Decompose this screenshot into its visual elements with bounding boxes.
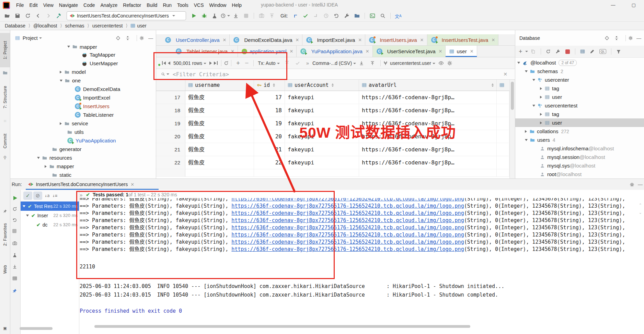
- expanded-arrow-icon[interactable]: [23, 205, 25, 207]
- settings-wrench-icon[interactable]: [342, 11, 351, 20]
- gear-icon[interactable]: [628, 36, 633, 41]
- import-results-icon[interactable]: [12, 263, 17, 269]
- test-tree-method[interactable]: ✔dc22 s 320 ms: [21, 220, 79, 229]
- collapse-all-icon[interactable]: [614, 36, 619, 41]
- tree-console-divider[interactable]: [79, 190, 79, 334]
- tab-applicationyaml[interactable]: application.yaml✕: [238, 46, 297, 57]
- tx-mode-select[interactable]: Tx: Auto: [258, 60, 279, 66]
- collapse-all-icon[interactable]: [125, 36, 130, 41]
- db-item-usercentertest[interactable]: usercentertest: [532, 101, 644, 110]
- sort-icon[interactable]: [273, 83, 275, 87]
- db-item-tag2[interactable]: tag: [540, 110, 644, 118]
- expanded-arrow-icon[interactable]: [517, 62, 520, 64]
- scrollbar-thumb[interactable]: [511, 82, 514, 110]
- duplicate-icon[interactable]: [531, 49, 536, 54]
- test-tree-class[interactable]: ✔Inser22 s 320 ms: [21, 211, 79, 220]
- console-link[interactable]: https://636f-codenav-8grj8px727565176-12…: [231, 239, 464, 245]
- stop-button[interactable]: [242, 11, 251, 20]
- column-header-id[interactable]: id: [254, 80, 285, 91]
- query-console-icon[interactable]: QL: [599, 49, 606, 54]
- expanded-arrow-icon[interactable]: [532, 79, 535, 81]
- show-passed-toggle[interactable]: ✓: [23, 192, 32, 200]
- collapsed-arrow-icon[interactable]: [540, 87, 542, 90]
- terminal-icon[interactable]: [368, 11, 377, 20]
- git-push-icon[interactable]: [311, 11, 320, 20]
- db-item-mysql-sys[interactable]: mysql.sys@localhost: [540, 161, 644, 170]
- stripe-structure-button[interactable]: 7: Structure: [0, 78, 10, 116]
- translate-icon[interactable]: 文A: [394, 11, 403, 20]
- build-hammer-icon[interactable]: [54, 11, 63, 20]
- database-panel-title[interactable]: Database: [519, 35, 540, 41]
- toggle-auto-test-icon[interactable]: [12, 217, 17, 223]
- db-item-users[interactable]: users4: [525, 136, 644, 144]
- attach-debugger-icon[interactable]: [257, 11, 266, 20]
- tree-item-mapper2[interactable]: mapper: [45, 162, 74, 171]
- tab-tablelistener[interactable]: CTableListener.java✕: [172, 46, 238, 57]
- expanded-arrow-icon[interactable]: [532, 105, 535, 107]
- delete-row-icon[interactable]: −: [245, 59, 249, 67]
- scroll-up-icon[interactable]: ⌃: [639, 203, 642, 207]
- datasource-select[interactable]: usercentertest.user: [390, 60, 435, 66]
- console-link[interactable]: https://636f-codenav-8grj8px727565176-12…: [231, 246, 464, 252]
- menu-run[interactable]: Run: [160, 1, 174, 9]
- tree-item-tablelistener[interactable]: CTableListener: [75, 111, 114, 119]
- tree-item-service[interactable]: service: [60, 119, 88, 128]
- save-all-icon[interactable]: [13, 11, 22, 20]
- project-panel-title[interactable]: Project: [23, 35, 38, 41]
- breadcrumb-localhost[interactable]: @localhost: [33, 23, 57, 28]
- stripe-project-button[interactable]: 1: Project: [0, 33, 10, 67]
- sort-icon[interactable]: [332, 83, 334, 87]
- close-icon[interactable]: ✕: [358, 37, 362, 43]
- export-format-select[interactable]: Comma-...d (CSV): [312, 60, 356, 66]
- table-row[interactable]: 21假鱼皮21fakeyupihttps://636f-codenav-8grj…: [156, 143, 509, 156]
- table-row[interactable]: 19假鱼皮19fakeyupihttps://636f-codenav-8grj…: [156, 117, 509, 130]
- test-tree-root[interactable]: ✔Test Res22 s 320 ms: [21, 201, 79, 211]
- gear-icon[interactable]: [139, 36, 144, 41]
- tree-item-resources[interactable]: resources: [37, 153, 72, 162]
- close-icon[interactable]: ✕: [130, 182, 134, 187]
- sort-alphabetically-icon[interactable]: ↓a: [45, 193, 49, 198]
- stripe-toggle-icon[interactable]: ▣: [0, 325, 10, 332]
- tree-item-insertusers[interactable]: CInsertUsers: [75, 102, 110, 111]
- previous-page-icon[interactable]: [168, 61, 170, 65]
- commit-check-icon[interactable]: [295, 61, 300, 66]
- menu-analyze[interactable]: Analyze: [98, 1, 120, 9]
- tab-usercontroller[interactable]: CUserController.java✕: [161, 34, 230, 45]
- search-everywhere-icon[interactable]: [378, 11, 387, 20]
- close-icon[interactable]: ✕: [491, 37, 495, 43]
- page-size-select[interactable]: 500,001 rows: [173, 60, 206, 66]
- db-item-usercenter[interactable]: usercenter: [532, 76, 644, 84]
- sort-by-duration-icon[interactable]: ↓≡: [52, 193, 57, 198]
- debug-button[interactable]: [200, 11, 209, 20]
- maximize-button[interactable]: ▢: [627, 0, 641, 10]
- close-icon[interactable]: ✕: [296, 37, 299, 43]
- reload-icon[interactable]: [224, 61, 229, 66]
- console-link[interactable]: https://636f-codenav-8grj8px727565176-12…: [231, 217, 464, 223]
- tab-importexcel[interactable]: CImportExcel.java✕: [302, 34, 365, 45]
- filter-criteria-input[interactable]: <Filter Criteria>: [173, 71, 229, 78]
- forward-icon[interactable]: [44, 11, 53, 20]
- db-item-mysql-session[interactable]: mysql.session@localhost: [540, 153, 644, 161]
- stop-button[interactable]: [12, 228, 16, 234]
- grid-vertical-scrollbar[interactable]: [509, 80, 515, 178]
- coverage-button[interactable]: [210, 11, 219, 20]
- console-link[interactable]: https://636f-codenav-8grj8px727565176-12…: [231, 203, 464, 209]
- console-horizontal-scrollbar[interactable]: [94, 325, 470, 328]
- stripe-commit-button[interactable]: Commit: [0, 129, 10, 153]
- project-structure-icon[interactable]: [353, 11, 361, 20]
- import-upload-icon[interactable]: [370, 61, 375, 66]
- table-row[interactable]: 22假鱼皮22fakeyupihttps://636f-codenav-8grj…: [156, 156, 509, 169]
- new-datasource-icon[interactable]: +: [519, 48, 522, 55]
- hide-panel-icon[interactable]: —: [148, 35, 153, 41]
- sync-icon[interactable]: [23, 11, 32, 20]
- db-item-user[interactable]: user: [540, 93, 644, 101]
- add-row-icon[interactable]: +: [236, 59, 240, 67]
- run-button[interactable]: [189, 11, 198, 20]
- close-icon[interactable]: ✕: [231, 49, 234, 54]
- table-row[interactable]: 20假鱼皮20fakeyupihttps://636f-codenav-8grj…: [156, 130, 509, 143]
- run-configuration-select[interactable]: InsertUsersTest.doConcurrencyInsertUsers: [67, 11, 186, 20]
- locate-icon[interactable]: [605, 36, 609, 41]
- collapsed-arrow-icon[interactable]: [540, 113, 542, 116]
- tab-insertusers[interactable]: CInsertUsers.java✕: [365, 34, 427, 45]
- layout-icon[interactable]: [12, 275, 17, 281]
